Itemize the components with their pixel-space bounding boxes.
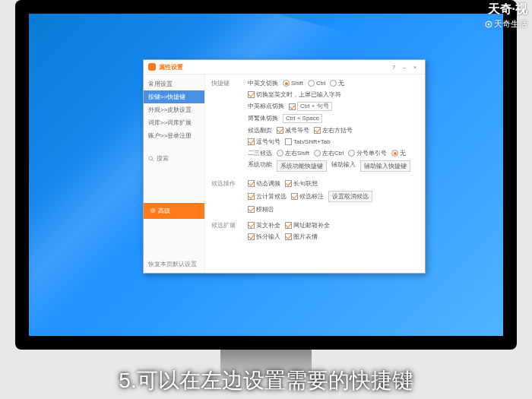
assist-label: 二三候选 xyxy=(248,149,272,157)
page-label: 候选翻页 xyxy=(248,126,272,135)
check-mark[interactable]: 候选标注 xyxy=(291,191,324,202)
minimize-button[interactable]: – xyxy=(399,64,410,71)
section-candidate-label: 候选操作 xyxy=(211,179,248,188)
sidebar-item-keys[interactable]: 按键>>快捷键 xyxy=(144,90,204,103)
watermark-top: 天奇·视 xyxy=(488,2,527,17)
radio-icon xyxy=(348,150,355,157)
monitor-bezel: 属性设置 ? – × 常用设置 按键>>快捷键 外观>>皮肤设置 词库>>词库扩… xyxy=(15,0,517,350)
sidebar-item-common[interactable]: 常用设置 xyxy=(144,78,204,90)
radio-icon xyxy=(314,150,321,157)
sidebar-advanced-button[interactable]: 高级 xyxy=(144,203,204,219)
check-split[interactable]: 拆分输入 xyxy=(248,233,280,241)
checkbox-icon xyxy=(248,193,255,200)
radio-none[interactable]: 无 xyxy=(330,79,344,87)
checkbox-icon xyxy=(248,222,255,229)
sysfunc-button[interactable]: 系统功能快捷键 xyxy=(277,160,327,172)
section-hotkeys-label: 快捷键 xyxy=(211,79,248,87)
checkbox-icon xyxy=(289,103,296,110)
radio-ctrl[interactable]: Ctrl xyxy=(308,80,325,87)
radio-icon xyxy=(277,150,283,157)
checkbox-icon xyxy=(314,127,321,134)
radio-assist-semi[interactable]: 分号单引号 xyxy=(348,149,387,157)
aux-button[interactable]: 辅助输入快捷键 xyxy=(360,160,410,172)
checkbox-icon xyxy=(291,193,298,200)
check-page-bracket[interactable]: 左右方括号 xyxy=(314,126,353,135)
radio-icon xyxy=(391,150,398,157)
radio-assist-ctrl[interactable]: 左右Ctrl xyxy=(314,149,344,157)
check-dyn-freq[interactable]: 动态调频 xyxy=(248,179,280,188)
help-button[interactable]: ? xyxy=(388,64,399,71)
svg-point-5 xyxy=(488,23,490,25)
dialog-titlebar[interactable]: 属性设置 ? – × xyxy=(144,60,425,74)
close-button[interactable]: × xyxy=(410,64,420,71)
checkbox-icon xyxy=(285,233,292,240)
aux-label: 辅助输入 xyxy=(331,160,356,172)
settings-dialog: 属性设置 ? – × 常用设置 按键>>快捷键 外观>>皮肤设置 词库>>词库扩… xyxy=(143,59,426,274)
radio-icon xyxy=(283,80,290,87)
subtitle-caption: 5.可以在左边设置需要的快捷键 xyxy=(0,366,532,395)
checkbox-icon xyxy=(285,180,292,187)
check-cloud[interactable]: 云计算候选 xyxy=(248,191,287,202)
checkbox-icon xyxy=(248,180,255,187)
switch-label: 中英文切换 xyxy=(248,79,278,87)
check-page-minus[interactable]: 减号等号 xyxy=(277,126,309,135)
simptrad-label: 简繁体切换 xyxy=(248,114,278,123)
settings-main: 快捷键 中英文切换 Shift Ctrl 无 切换至英文时，上屏已输入字符 中英… xyxy=(205,74,425,273)
checkbox-icon xyxy=(248,91,255,98)
cancel-candidate-button[interactable]: 设置取消候选 xyxy=(328,191,372,202)
checkbox-icon xyxy=(285,222,292,229)
radio-icon xyxy=(330,80,337,87)
checkbox-icon xyxy=(277,127,283,134)
fullhalf-label: 中英标点切换 xyxy=(248,102,284,111)
search-icon xyxy=(148,156,154,162)
radio-assist-shift[interactable]: 左右Shift xyxy=(277,149,309,157)
sidebar-item-skin[interactable]: 外观>>皮肤设置 xyxy=(144,103,204,116)
gear-icon xyxy=(150,207,156,214)
radio-assist-none[interactable]: 无 xyxy=(391,149,406,157)
sidebar-item-dict[interactable]: 词库>>词库扩展 xyxy=(144,116,204,129)
radio-icon xyxy=(308,80,315,87)
checkbox-icon xyxy=(248,206,255,213)
check-long-assoc[interactable]: 长句联想 xyxy=(285,179,318,188)
svg-line-1 xyxy=(152,160,154,161)
check-page-tab[interactable]: Tab/Shift+Tab xyxy=(285,138,331,146)
sidebar-search[interactable]: 搜索 xyxy=(144,151,204,166)
check-url-comp[interactable]: 网址邮箱补全 xyxy=(285,221,330,230)
check-fuzzy[interactable]: 模糊音 xyxy=(248,205,274,214)
check-fullhalf[interactable]: Ctrl + 句号 xyxy=(289,102,332,111)
svg-point-0 xyxy=(149,156,153,160)
target-icon xyxy=(485,21,492,28)
desktop: 属性设置 ? – × 常用设置 按键>>快捷键 外观>>皮肤设置 词库>>词库扩… xyxy=(29,14,503,336)
sysfunc-label: 系统功能 xyxy=(248,160,272,172)
reset-defaults-link[interactable]: 恢复本页默认设置 xyxy=(144,255,204,273)
checkbox-icon xyxy=(248,233,255,240)
check-emoji[interactable]: 图片表情 xyxy=(285,233,318,241)
sidebar-item-account[interactable]: 账户>>登录注册 xyxy=(144,129,204,142)
watermark-sub: 天奇生活 xyxy=(485,18,527,30)
checkbox-icon xyxy=(248,138,255,145)
check-commit-on-switch[interactable]: 切换至英文时，上屏已输入字符 xyxy=(248,90,341,99)
check-eng-comp[interactable]: 英文补全 xyxy=(248,221,280,230)
sidebar: 常用设置 按键>>快捷键 外观>>皮肤设置 词库>>词库扩展 账户>>登录注册 … xyxy=(144,74,205,273)
checkbox-icon xyxy=(285,138,292,145)
radio-shift[interactable]: Shift xyxy=(283,80,303,87)
section-expand-label: 候选扩展 xyxy=(211,221,248,230)
svg-point-3 xyxy=(152,210,154,211)
dialog-title: 属性设置 xyxy=(159,63,388,71)
simptrad-value[interactable]: Ctrl + Space xyxy=(283,114,322,123)
check-page-comma[interactable]: 逗号句号 xyxy=(248,138,280,146)
app-logo-icon xyxy=(148,63,156,71)
